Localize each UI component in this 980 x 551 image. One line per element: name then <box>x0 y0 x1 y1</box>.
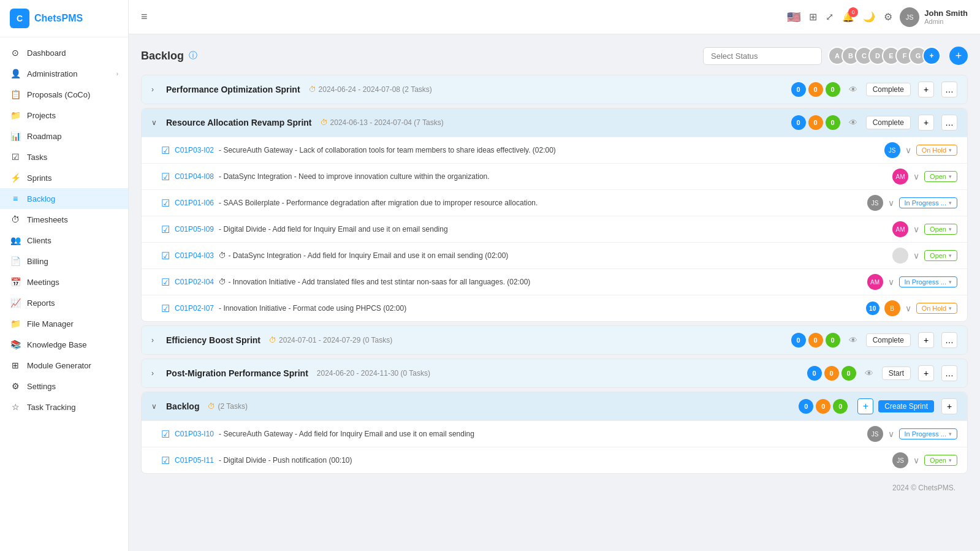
status-badge[interactable]: Open ▾ <box>924 250 957 261</box>
add-task-button[interactable]: + <box>918 115 934 131</box>
sidebar-item-meetings[interactable]: 📅 Meetings <box>0 272 128 292</box>
expand-icon[interactable]: ∨ <box>913 224 919 234</box>
sidebar-item-task-tracking[interactable]: ☆ Task Tracking <box>0 397 128 417</box>
status-select[interactable] <box>703 47 822 65</box>
status-badge[interactable]: In Progress ... ▾ <box>899 428 957 439</box>
task-id[interactable]: C01P01-I06 <box>175 199 214 207</box>
sprint-section: › Post-Migration Performance Sprint 2024… <box>141 359 968 388</box>
sidebar-item-module-generator[interactable]: ⊞ Module Generator <box>0 355 128 376</box>
add-task-button[interactable]: + <box>918 332 934 348</box>
create-sprint-button[interactable]: Create Sprint <box>878 400 934 412</box>
task-id[interactable]: C01P02-I04 <box>175 278 214 286</box>
status-badge[interactable]: In Progress ... ▾ <box>899 197 957 208</box>
badge-green: 0 <box>826 82 840 97</box>
file-manager-icon: 📁 <box>10 319 21 329</box>
task-checkbox[interactable]: ☑ <box>161 224 170 235</box>
task-id[interactable]: C01P03-I02 <box>175 146 214 154</box>
user-profile[interactable]: JS John Smith Admin <box>900 7 968 27</box>
status-badge[interactable]: On Hold ▾ <box>916 145 957 156</box>
page-actions: A B C D E F G + + <box>703 47 968 65</box>
sidebar-item-projects[interactable]: 📁 Projects <box>0 105 128 126</box>
status-badge[interactable]: On Hold ▾ <box>916 303 957 314</box>
add-task-button[interactable]: + <box>918 82 934 97</box>
theme-icon[interactable]: 🌙 <box>863 11 875 23</box>
sidebar-item-sprints[interactable]: ⚡ Sprints <box>0 167 128 188</box>
expand-icon[interactable]: ∨ <box>888 198 894 208</box>
task-id[interactable]: C01P05-I09 <box>175 225 214 234</box>
avatar-more[interactable]: + <box>922 47 941 65</box>
expand-icon[interactable]: ∨ <box>888 277 894 287</box>
eye-icon[interactable]: 👁 <box>849 335 857 345</box>
sprint-more-button[interactable]: … <box>941 365 957 381</box>
task-checkbox[interactable]: ☑ <box>161 455 170 466</box>
language-flag[interactable]: 🇺🇸 <box>787 10 800 24</box>
expand-icon[interactable]: ∨ <box>913 172 919 181</box>
sidebar-item-backlog[interactable]: ≡ Backlog <box>0 188 128 209</box>
sidebar-item-timesheets[interactable]: ⏱ Timesheets <box>0 209 128 230</box>
task-checkbox[interactable]: ☑ <box>161 303 170 314</box>
sprint-header[interactable]: › Performance Optimization Sprint ⏱ 2024… <box>142 75 967 104</box>
task-checkbox[interactable]: ☑ <box>161 250 170 262</box>
task-checkbox[interactable]: ☑ <box>161 145 170 156</box>
sprint-header[interactable]: › Efficiency Boost Sprint ⏱ 2024-07-01 -… <box>142 326 967 354</box>
expand-icon[interactable]: ∨ <box>913 455 919 465</box>
avatar: AM <box>867 274 883 290</box>
task-title: ⏱ - DataSync Integration - Add field for… <box>219 251 887 260</box>
eye-icon[interactable]: 👁 <box>865 368 873 378</box>
eye-icon[interactable]: 👁 <box>849 85 857 94</box>
gear-icon[interactable]: ⚙ <box>884 11 892 23</box>
notification-icon[interactable]: 🔔 0 <box>842 11 854 23</box>
task-id[interactable]: C01P05-I11 <box>175 456 214 465</box>
sprint-more-button[interactable]: … <box>941 82 957 97</box>
task-id[interactable]: C01P04-I03 <box>175 251 214 260</box>
hamburger-menu[interactable]: ≡ <box>141 10 148 23</box>
task-checkbox[interactable]: ☑ <box>161 276 170 288</box>
sidebar-item-file-manager[interactable]: 📁 File Manager <box>0 313 128 334</box>
status-badge[interactable]: In Progress ... ▾ <box>899 276 957 287</box>
add-task-button[interactable]: + <box>918 365 934 381</box>
complete-sprint-button[interactable]: Complete <box>866 83 911 96</box>
sidebar-item-knowledge-base[interactable]: 📚 Knowledge Base <box>0 334 128 355</box>
sidebar-item-proposals[interactable]: 📋 Proposals (CoCo) <box>0 84 128 105</box>
grid-icon[interactable]: ⊞ <box>809 11 817 23</box>
sprint-header[interactable]: ∨ Resource Allocation Revamp Sprint ⏱ 20… <box>142 108 967 137</box>
expand-icon[interactable]: ∨ <box>905 303 911 313</box>
sidebar-item-roadmap[interactable]: 📊 Roadmap <box>0 126 128 146</box>
info-icon[interactable]: ⓘ <box>189 50 197 61</box>
sprint-more-button[interactable]: … <box>941 332 957 348</box>
footer-text: 2024 © ChetsPMS. <box>892 484 955 492</box>
eye-icon[interactable]: 👁 <box>849 118 857 127</box>
sidebar-item-dashboard[interactable]: ⊙ Dashboard <box>0 42 128 63</box>
sidebar-item-settings[interactable]: ⚙ Settings <box>0 376 128 397</box>
complete-sprint-button[interactable]: Complete <box>866 116 911 129</box>
expand-icon[interactable]: ∨ <box>888 429 894 439</box>
expand-icon[interactable]: ∨ <box>905 145 911 155</box>
sidebar-item-administration[interactable]: 👤 Administration › <box>0 63 128 84</box>
expand-icon[interactable]: ∨ <box>913 251 919 260</box>
complete-sprint-button[interactable]: Complete <box>866 333 911 347</box>
status-badge[interactable]: Open ▾ <box>924 171 957 182</box>
add-member-button[interactable]: + <box>949 47 968 65</box>
task-id[interactable]: C01P04-I08 <box>175 172 214 181</box>
task-title: - Digital Divide - Push notification (00… <box>219 456 887 465</box>
backlog-section: ∨ Backlog ⏱ (2 Tasks) 0 0 0 + Create Spr… <box>141 392 968 474</box>
sidebar-item-reports[interactable]: 📈 Reports <box>0 292 128 313</box>
add-to-backlog-button[interactable]: + <box>857 398 873 414</box>
sprint-more-button[interactable]: … <box>941 115 957 131</box>
task-id[interactable]: C01P03-I10 <box>175 430 214 438</box>
task-checkbox[interactable]: ☑ <box>161 428 170 440</box>
task-id[interactable]: C01P02-I07 <box>175 304 214 313</box>
fullscreen-icon[interactable]: ⤢ <box>826 11 834 23</box>
backlog-sprint-header[interactable]: ∨ Backlog ⏱ (2 Tasks) 0 0 0 + Create Spr… <box>142 392 967 420</box>
status-badge[interactable]: Open ▾ <box>924 455 957 466</box>
task-checkbox[interactable]: ☑ <box>161 197 170 209</box>
backlog-add-button[interactable]: + <box>941 398 957 414</box>
sidebar-item-clients[interactable]: 👥 Clients <box>0 230 128 251</box>
sidebar-item-billing[interactable]: 📄 Billing <box>0 251 128 272</box>
status-badge[interactable]: Open ▾ <box>924 224 957 235</box>
task-checkbox[interactable]: ☑ <box>161 171 170 183</box>
proposals-icon: 📋 <box>10 89 21 99</box>
sidebar-item-tasks[interactable]: ☑ Tasks <box>0 146 128 167</box>
start-sprint-button[interactable]: Start <box>882 367 911 380</box>
sprint-header[interactable]: › Post-Migration Performance Sprint 2024… <box>142 359 967 387</box>
